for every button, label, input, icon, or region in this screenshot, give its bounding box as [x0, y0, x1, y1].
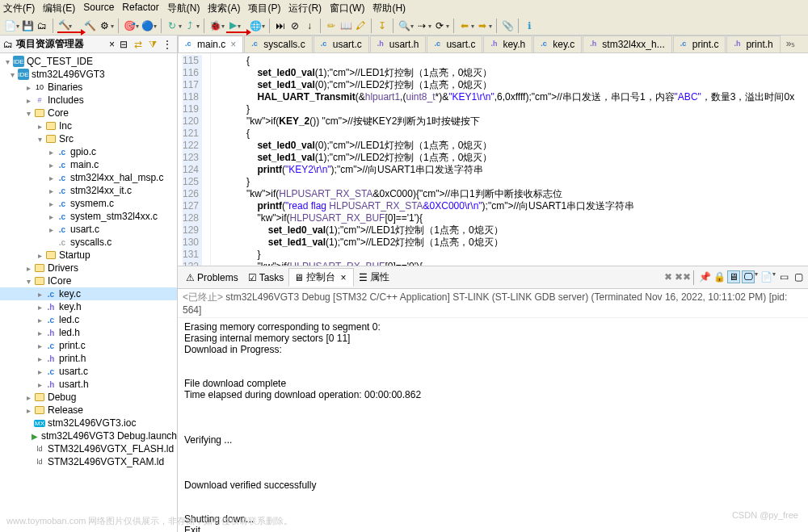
nav-icon[interactable]: 🔍	[398, 19, 410, 32]
editor-tab[interactable]: .hkey.h	[483, 36, 532, 52]
save-all-icon[interactable]: 🗂	[36, 19, 48, 32]
tree-node[interactable]: ▸.cstm32l4xx_it.c	[0, 184, 177, 197]
tree-node[interactable]: ▸.cmain.c	[0, 158, 177, 171]
code-line[interactable]: set_led1_val(1);"cm">//LED2灯控制（1点亮，0熄灭）	[214, 237, 794, 249]
new-console-icon[interactable]: 📄	[760, 270, 772, 283]
menu-item[interactable]: 文件(F)	[3, 2, 35, 15]
menu-item[interactable]: 编辑(E)	[43, 2, 75, 15]
nav2-icon[interactable]: ⇢	[415, 19, 428, 32]
code-line[interactable]: set_led1_val(0);"cm">//LED2灯控制（1点亮，0熄灭）	[214, 79, 794, 91]
filter-icon[interactable]: ⧩	[146, 38, 159, 51]
info-icon[interactable]: ℹ	[523, 19, 536, 32]
menu-item[interactable]: 导航(N)	[167, 2, 200, 15]
down-icon[interactable]: ↓	[303, 19, 316, 32]
hl-icon[interactable]: 🖍	[354, 19, 367, 32]
new-icon[interactable]: 📄	[3, 19, 16, 32]
tree-node[interactable]: MXstm32L496VGT3.ioc	[0, 417, 177, 429]
tree-node[interactable]: ▸.cgpio.c	[0, 145, 177, 158]
code-line[interactable]: HAL_UART_Transmit(&hlpuart1,(uint8_t*)&"…	[214, 91, 794, 103]
collapse-all-icon[interactable]: ⊟	[117, 38, 130, 51]
back-icon[interactable]: ⬅	[458, 19, 471, 32]
code-line[interactable]: "kw">if(KEY_2()) "cm">//按键KEY2判断为1时按键按下	[214, 115, 794, 128]
debug-icon[interactable]: 🐞	[208, 19, 221, 32]
tree-node[interactable]: ldSTM32L496VGTX_RAM.ld	[0, 455, 177, 468]
code-line[interactable]: set_led0_val(1);"cm">//LED1灯控制（1点亮，0熄灭）	[214, 224, 794, 237]
save-icon[interactable]: 💾	[21, 19, 34, 32]
scroll-lock-icon[interactable]: 🔒	[713, 270, 726, 283]
tree-node[interactable]: ▸Debug	[0, 391, 177, 404]
tree-node[interactable]: ▸Drivers	[0, 262, 177, 274]
code-line[interactable]: "kw">if(HLPUSART_RX_BUF[0]=='1'){	[214, 212, 794, 224]
tree-node[interactable]: ▸.hled.h	[0, 326, 177, 339]
editor-tab[interactable]: .husart.h	[370, 36, 427, 52]
code-line[interactable]: }	[214, 249, 794, 261]
code-line[interactable]: set_led0_val(1);"cm">//LED1灯控制（1点亮，0熄灭）	[214, 67, 794, 79]
skip-icon[interactable]: ⏭	[274, 19, 287, 32]
min-icon[interactable]: ▭	[777, 270, 790, 283]
tree-node[interactable]: ▸.cprint.c	[0, 339, 177, 352]
menu-item[interactable]: 搜索(A)	[208, 2, 240, 15]
max-icon[interactable]: ▢	[792, 270, 805, 283]
code-line[interactable]: {	[214, 55, 794, 67]
editor-tab[interactable]: .cprint.c	[673, 36, 726, 52]
menu-item[interactable]: 窗口(W)	[330, 2, 364, 15]
menu-item[interactable]: Refactor	[122, 2, 158, 15]
tree-node[interactable]: ▸.hkey.h	[0, 300, 177, 313]
wand-icon[interactable]: ✏	[325, 19, 338, 32]
mcu-root[interactable]: ▾IDE stm32L496VGT3	[0, 68, 177, 81]
code-line[interactable]: "kw">if(HLPUSART_RX_BUF[0]=='0'){	[214, 261, 794, 266]
fwd-icon[interactable]: ➡	[476, 19, 489, 32]
close-view-icon[interactable]: ×	[107, 39, 117, 50]
bottom-tab[interactable]: 🖥控制台×	[288, 268, 354, 287]
code-line[interactable]: }	[214, 103, 794, 115]
none-icon[interactable]: ⊘	[288, 19, 301, 32]
remove-icon[interactable]: ✖	[662, 270, 675, 283]
tree-node[interactable]: ▾Src	[0, 132, 177, 145]
code-line[interactable]: }	[214, 176, 794, 188]
tree-node[interactable]: ▾ICore	[0, 274, 177, 287]
menu-item[interactable]: 帮助(H)	[372, 2, 406, 15]
display-icon[interactable]: 🖵	[742, 270, 755, 283]
tree-node[interactable]: ▸.csystem_stm32l4xx.c	[0, 210, 177, 223]
tree-node[interactable]: ▸.cstm32l4xx_hal_msp.c	[0, 171, 177, 184]
config-icon[interactable]: ⚙	[98, 19, 111, 32]
editor-tab[interactable]: .ckey.c	[533, 36, 582, 52]
editor-tab[interactable]: .cusart.c	[427, 36, 482, 52]
close-tab-icon[interactable]: ×	[230, 39, 236, 50]
code-editor[interactable]: 1151161171181191201211221231241251261271…	[178, 53, 808, 266]
menu-item[interactable]: Source	[83, 2, 114, 15]
project-root[interactable]: ▾IDE QC_TEST_IDE	[0, 55, 177, 68]
menu-item[interactable]: 项目(P)	[248, 2, 280, 15]
code-line[interactable]: "kw">if(HLPUSART_RX_STA&0xC000){"cm">//串…	[214, 188, 794, 200]
tree-node[interactable]: ▸.cusart.c	[0, 223, 177, 236]
tree-node[interactable]: ▸Inc	[0, 119, 177, 132]
console-output[interactable]: Erasing memory corresponding to segment …	[178, 318, 808, 532]
tree-node[interactable]: ▸Startup	[0, 249, 177, 262]
attach-icon[interactable]: 📎	[501, 19, 514, 32]
menu-item[interactable]: 运行(R)	[288, 2, 322, 15]
book-icon[interactable]: 📖	[339, 19, 352, 32]
target2-icon[interactable]: 🔵	[141, 19, 154, 32]
editor-tab[interactable]: .cmain.c×	[178, 36, 243, 52]
tree-node[interactable]: ▸.husart.h	[0, 378, 177, 391]
refresh-icon[interactable]: ↻	[166, 19, 179, 32]
remove-all-icon[interactable]: ✖✖	[676, 270, 689, 283]
bottom-tab[interactable]: ⚠Problems	[181, 270, 243, 285]
close-btab-icon[interactable]: ×	[338, 272, 348, 283]
tree-node[interactable]: ▸.cled.c	[0, 313, 177, 326]
target-icon[interactable]: 🎯	[123, 19, 136, 32]
tree-node[interactable]: ▸Release	[0, 404, 177, 417]
pin-icon[interactable]: 📌	[698, 270, 711, 283]
editor-tab[interactable]: .csyscalls.c	[244, 36, 312, 52]
view-menu-icon[interactable]: ⋮	[161, 38, 174, 51]
tree-node[interactable]: ▾Core	[0, 107, 177, 119]
console-select-icon[interactable]: 🖥	[727, 270, 740, 283]
tree-node[interactable]: .csyscalls.c	[0, 236, 177, 249]
tree-node[interactable]: ▸#Includes	[0, 94, 177, 107]
code-line[interactable]: {	[214, 128, 794, 140]
code-line[interactable]: printf("KEY2\r\n");"cm">//向USART1串口发送字符串	[214, 164, 794, 176]
more-tabs-icon[interactable]: »₅	[781, 36, 801, 52]
link-icon[interactable]: ⇄	[132, 38, 145, 51]
bottom-tab[interactable]: ☑Tasks	[243, 270, 289, 285]
tree-node[interactable]: ▸.ckey.c	[0, 287, 177, 300]
